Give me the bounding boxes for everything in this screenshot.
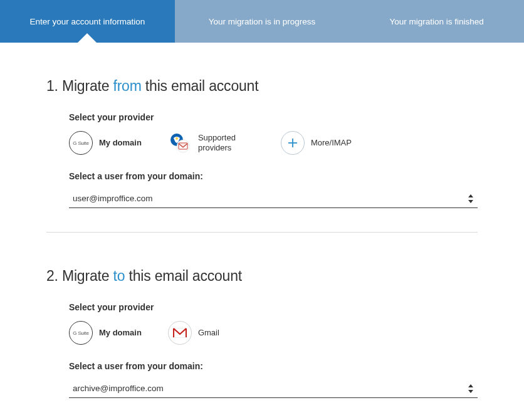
provider-more-imap[interactable]: More/IMAP bbox=[281, 131, 352, 155]
step-1-heading: 1. Migrate from this email account bbox=[46, 78, 478, 95]
step-1-migrate-from: 1. Migrate from this email account Selec… bbox=[46, 43, 478, 233]
tab-label: Your migration is finished bbox=[390, 17, 484, 26]
user-select-label: Select a user from your domain: bbox=[69, 361, 478, 371]
active-tab-arrow bbox=[77, 33, 97, 43]
tab-label: Enter your account information bbox=[29, 17, 145, 26]
gmail-icon bbox=[168, 321, 192, 345]
provider-label: Select your provider bbox=[69, 302, 478, 312]
provider-label-text: Gmail bbox=[198, 328, 219, 338]
provider-label-text: More/IMAP bbox=[311, 138, 352, 148]
provider-my-domain[interactable]: G Suite My domain bbox=[69, 131, 142, 155]
provider-options-from: G Suite My domain bbox=[69, 131, 478, 155]
to-user-select[interactable]: archive@improffice.com bbox=[69, 380, 478, 398]
tab-finished[interactable]: Your migration is finished bbox=[349, 0, 524, 43]
from-user-value: user@improffice.com bbox=[73, 194, 153, 203]
supported-providers-icon bbox=[168, 131, 192, 155]
select-caret-icon bbox=[468, 194, 474, 203]
provider-label-text: Supported providers bbox=[198, 133, 254, 154]
provider-label-text: My domain bbox=[99, 138, 142, 148]
provider-label-text: My domain bbox=[99, 328, 142, 338]
tab-enter-info[interactable]: Enter your account information bbox=[0, 0, 175, 43]
plus-icon bbox=[281, 131, 305, 155]
gsuite-icon: G Suite bbox=[69, 131, 93, 155]
provider-my-domain[interactable]: G Suite My domain bbox=[69, 321, 142, 345]
tab-in-progress[interactable]: Your migration is in progress bbox=[175, 0, 350, 43]
step-2-heading: 2. Migrate to this email account bbox=[46, 268, 478, 285]
provider-supported[interactable]: Supported providers bbox=[168, 131, 254, 155]
step-2-migrate-to: 2. Migrate to this email account Select … bbox=[46, 233, 478, 420]
to-user-value: archive@improffice.com bbox=[73, 384, 164, 393]
svg-point-1 bbox=[176, 137, 178, 140]
progress-tabs: Enter your account information Your migr… bbox=[0, 0, 524, 43]
provider-label: Select your provider bbox=[69, 112, 478, 122]
provider-options-to: G Suite My domain Gmail bbox=[69, 321, 478, 345]
from-user-select[interactable]: user@improffice.com bbox=[69, 190, 478, 208]
tab-label: Your migration is in progress bbox=[209, 17, 316, 26]
provider-gmail[interactable]: Gmail bbox=[168, 321, 219, 345]
form-content: 1. Migrate from this email account Selec… bbox=[0, 43, 524, 420]
select-caret-icon bbox=[468, 384, 474, 393]
gsuite-icon: G Suite bbox=[69, 321, 93, 345]
user-select-label: Select a user from your domain: bbox=[69, 171, 478, 181]
